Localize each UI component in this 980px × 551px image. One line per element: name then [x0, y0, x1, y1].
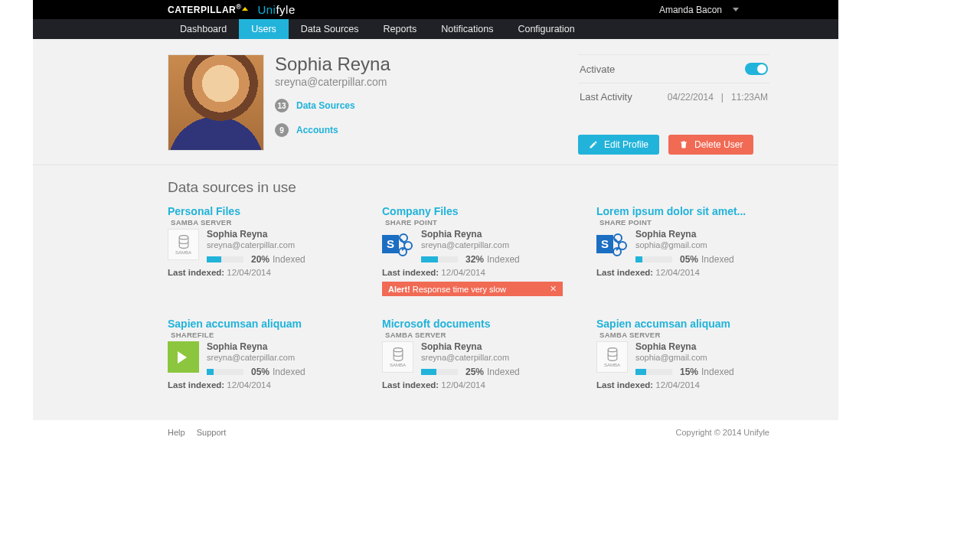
data-source-title[interactable]: Sapien accumsan aliquam — [596, 318, 792, 330]
close-icon[interactable]: ✕ — [550, 284, 557, 294]
data-source-title[interactable]: Company Files — [382, 205, 578, 217]
svg-point-12 — [608, 348, 617, 352]
data-sources-section: Data sources in use Personal FilesSAMBA … — [168, 165, 769, 420]
profile-name: Sophia Reyna — [275, 54, 390, 74]
nav-item-data-sources[interactable]: Data Sources — [289, 19, 371, 39]
data-source-owner: Sophia Reyna — [635, 229, 734, 240]
stat-count-badge: 9 — [275, 123, 289, 137]
topbar: CATERPILLAR ® Unifyle Amanda Bacon — [33, 0, 838, 19]
brand-unifyle-prefix: Uni — [257, 3, 276, 16]
index-percent: 25% — [466, 367, 484, 377]
svg-text:S: S — [601, 237, 609, 250]
brand-caterpillar-text: CATERPILLAR — [168, 5, 236, 15]
index-progress-bar — [421, 369, 458, 375]
index-progress-bar — [421, 256, 458, 262]
data-source-type: SAMBA SERVER — [385, 331, 578, 339]
stat-row: 9Accounts — [275, 123, 390, 137]
stat-link-data-sources[interactable]: Data Sources — [296, 100, 355, 111]
chevron-down-icon — [733, 8, 739, 11]
indexed-label: Indexed — [487, 254, 520, 265]
samba-icon: SAMBA — [596, 341, 628, 373]
last-activity-row: Last Activity 04/22/2014 | 11:23AM — [578, 83, 769, 110]
last-activity-value: 04/22/2014 | 11:23AM — [668, 92, 768, 103]
user-menu[interactable]: Amanda Bacon — [659, 0, 739, 19]
stat-row: 13Data Sources — [275, 99, 390, 112]
activate-toggle[interactable] — [745, 63, 768, 75]
data-source-card: Personal FilesSAMBA SERVERSAMBASophia Re… — [168, 205, 364, 296]
data-source-email: sreyna@caterpillar.com — [207, 240, 305, 249]
edit-profile-button[interactable]: Edit Profile — [578, 135, 659, 155]
sharepoint-icon: S — [382, 229, 413, 260]
nav-item-reports[interactable]: Reports — [371, 19, 430, 39]
nav-item-dashboard[interactable]: Dashboard — [168, 19, 239, 39]
sharefile-icon — [168, 341, 199, 373]
data-source-card: Sapien accumsan aliquamSHAREFILESophia R… — [168, 318, 364, 390]
data-source-card: Lorem ipsum dolor sit amet...SHARE POINT… — [596, 205, 792, 296]
index-percent: 05% — [251, 367, 270, 377]
data-source-title[interactable]: Microsoft documents — [382, 318, 578, 330]
last-indexed: Last indexed: 12/04/2014 — [382, 380, 578, 390]
footer: Help Support Copyright © 2014 Unifyle — [33, 420, 838, 445]
profile-header: Sophia Reyna sreyna@caterpillar.com 13Da… — [33, 39, 838, 165]
user-menu-name: Amanda Bacon — [659, 5, 722, 15]
footer-copyright: Copyright © 2014 Unifyle — [676, 428, 769, 437]
data-sources-heading: Data sources in use — [168, 179, 769, 196]
data-source-title[interactable]: Sapien accumsan aliquam — [168, 318, 364, 330]
sharepoint-icon: S — [596, 229, 628, 260]
index-percent: 32% — [466, 254, 484, 265]
data-source-type: SAMBA SERVER — [599, 331, 792, 339]
samba-icon: SAMBA — [168, 229, 199, 260]
profile-email: sreyna@caterpillar.com — [275, 76, 390, 88]
indexed-label: Indexed — [701, 254, 734, 265]
data-source-card: Microsoft documentsSAMBA SERVERSAMBASoph… — [382, 318, 578, 390]
indexed-label: Indexed — [487, 367, 520, 377]
edit-profile-label: Edit Profile — [604, 139, 648, 150]
index-percent: 15% — [680, 367, 698, 377]
last-activity-label: Last Activity — [580, 91, 632, 103]
activate-row: Activate — [578, 54, 769, 83]
last-indexed: Last indexed: 12/04/2014 — [382, 268, 578, 277]
nav-item-configuration[interactable]: Configuration — [505, 19, 586, 39]
data-source-owner: Sophia Reyna — [421, 229, 520, 240]
delete-user-label: Delete User — [694, 139, 743, 150]
nav-item-notifications[interactable]: Notifications — [429, 19, 505, 39]
samba-icon: SAMBA — [382, 341, 413, 373]
nav-item-users[interactable]: Users — [239, 19, 289, 39]
data-source-title[interactable]: Lorem ipsum dolor sit amet... — [596, 205, 792, 217]
brand-caterpillar: CATERPILLAR ® — [168, 5, 248, 15]
index-progress-bar — [207, 369, 243, 375]
last-indexed: Last indexed: 12/04/2014 — [168, 380, 364, 390]
data-source-type: SHARE POINT — [385, 218, 578, 227]
svg-point-0 — [179, 236, 188, 240]
footer-support-link[interactable]: Support — [197, 428, 227, 437]
brand-unifyle: Unifyle — [257, 3, 295, 16]
data-source-email: sreyna@caterpillar.com — [421, 240, 520, 249]
last-indexed: Last indexed: 12/04/2014 — [596, 268, 792, 277]
brand-unifyle-suffix: fyle — [276, 3, 295, 16]
stat-count-badge: 13 — [275, 99, 289, 112]
svg-point-8 — [614, 234, 622, 242]
delete-user-button[interactable]: Delete User — [668, 135, 753, 155]
data-source-owner: Sophia Reyna — [635, 341, 734, 352]
data-source-email: sophia@gmail.com — [635, 240, 734, 249]
index-percent: 05% — [680, 254, 698, 265]
activate-label: Activate — [580, 64, 615, 75]
last-indexed: Last indexed: 12/04/2014 — [168, 268, 364, 277]
svg-point-11 — [394, 348, 403, 352]
data-source-type: SHAREFILE — [171, 331, 364, 339]
footer-help-link[interactable]: Help — [168, 428, 185, 437]
trash-icon — [679, 140, 688, 149]
pencil-icon — [589, 140, 598, 149]
caterpillar-triangle-icon — [242, 7, 248, 11]
profile-side-panel: Activate Last Activity 04/22/2014 | 11:2… — [578, 54, 769, 155]
data-source-type: SAMBA SERVER — [171, 218, 364, 227]
registered-icon: ® — [236, 3, 241, 11]
index-progress-bar — [635, 369, 672, 375]
data-source-email: sophia@gmail.com — [635, 353, 734, 362]
index-percent: 20% — [251, 254, 270, 265]
data-source-title[interactable]: Personal Files — [168, 205, 364, 217]
data-source-owner: Sophia Reyna — [421, 341, 520, 352]
stat-link-accounts[interactable]: Accounts — [296, 125, 338, 135]
data-source-card: Company FilesSHARE POINTSSophia Reynasre… — [382, 205, 578, 296]
avatar — [168, 54, 264, 151]
